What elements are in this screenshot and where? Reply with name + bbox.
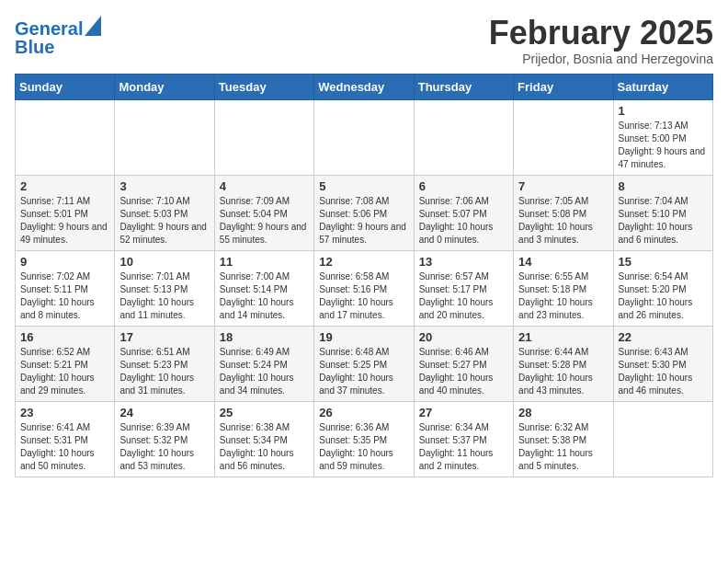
calendar-day-cell: 17Sunrise: 6:51 AM Sunset: 5:23 PM Dayli… bbox=[115, 326, 214, 401]
day-info: Sunrise: 6:52 AM Sunset: 5:21 PM Dayligh… bbox=[20, 346, 109, 397]
weekday-header: Monday bbox=[115, 74, 214, 99]
day-info: Sunrise: 6:54 AM Sunset: 5:20 PM Dayligh… bbox=[619, 270, 708, 322]
calendar-day-cell: 4Sunrise: 7:09 AM Sunset: 5:04 PM Daylig… bbox=[214, 175, 313, 250]
calendar-day-cell: 21Sunrise: 6:44 AM Sunset: 5:28 PM Dayli… bbox=[514, 326, 613, 401]
calendar-day-cell: 7Sunrise: 7:05 AM Sunset: 5:08 PM Daylig… bbox=[514, 175, 613, 250]
day-number: 18 bbox=[220, 330, 309, 344]
calendar-day-cell: 2Sunrise: 7:11 AM Sunset: 5:01 PM Daylig… bbox=[16, 175, 115, 250]
day-info: Sunrise: 6:32 AM Sunset: 5:38 PM Dayligh… bbox=[518, 421, 608, 473]
calendar-week-row: 2Sunrise: 7:11 AM Sunset: 5:01 PM Daylig… bbox=[16, 175, 713, 250]
calendar-day-cell bbox=[314, 99, 414, 175]
day-number: 19 bbox=[319, 330, 408, 344]
logo-icon bbox=[85, 16, 101, 36]
weekday-header: Sunday bbox=[16, 74, 115, 99]
calendar-day-cell: 25Sunrise: 6:38 AM Sunset: 5:34 PM Dayli… bbox=[214, 401, 313, 477]
calendar-day-cell: 18Sunrise: 6:49 AM Sunset: 5:24 PM Dayli… bbox=[214, 326, 313, 401]
calendar-week-row: 1Sunrise: 7:13 AM Sunset: 5:00 PM Daylig… bbox=[16, 99, 713, 175]
day-info: Sunrise: 6:46 AM Sunset: 5:27 PM Dayligh… bbox=[419, 346, 508, 397]
calendar-day-cell: 19Sunrise: 6:48 AM Sunset: 5:25 PM Dayli… bbox=[314, 326, 414, 401]
calendar-day-cell: 5Sunrise: 7:08 AM Sunset: 5:06 PM Daylig… bbox=[314, 175, 414, 250]
calendar-day-cell: 20Sunrise: 6:46 AM Sunset: 5:27 PM Dayli… bbox=[414, 326, 513, 401]
day-info: Sunrise: 6:58 AM Sunset: 5:16 PM Dayligh… bbox=[319, 270, 408, 322]
calendar-day-cell bbox=[214, 99, 313, 175]
calendar-day-cell bbox=[115, 99, 214, 175]
calendar-day-cell: 28Sunrise: 6:32 AM Sunset: 5:38 PM Dayli… bbox=[514, 401, 613, 477]
calendar-day-cell: 27Sunrise: 6:34 AM Sunset: 5:37 PM Dayli… bbox=[414, 401, 513, 477]
calendar-day-cell: 14Sunrise: 6:55 AM Sunset: 5:18 PM Dayli… bbox=[514, 250, 613, 326]
calendar-day-cell bbox=[613, 401, 712, 477]
day-info: Sunrise: 6:38 AM Sunset: 5:34 PM Dayligh… bbox=[220, 421, 309, 473]
day-number: 26 bbox=[319, 406, 408, 419]
day-number: 7 bbox=[518, 179, 608, 193]
weekday-header: Wednesday bbox=[314, 74, 414, 99]
day-number: 6 bbox=[419, 179, 508, 193]
day-number: 16 bbox=[20, 330, 109, 344]
day-info: Sunrise: 7:13 AM Sunset: 5:00 PM Dayligh… bbox=[619, 120, 708, 171]
day-info: Sunrise: 7:04 AM Sunset: 5:10 PM Dayligh… bbox=[619, 195, 708, 247]
day-number: 15 bbox=[619, 255, 708, 269]
calendar-day-cell: 8Sunrise: 7:04 AM Sunset: 5:10 PM Daylig… bbox=[613, 175, 712, 250]
day-number: 22 bbox=[619, 330, 708, 344]
calendar-day-cell: 22Sunrise: 6:43 AM Sunset: 5:30 PM Dayli… bbox=[613, 326, 712, 401]
day-info: Sunrise: 6:48 AM Sunset: 5:25 PM Dayligh… bbox=[319, 346, 408, 397]
weekday-header: Friday bbox=[514, 74, 613, 99]
calendar-day-cell: 11Sunrise: 7:00 AM Sunset: 5:14 PM Dayli… bbox=[214, 250, 313, 326]
day-info: Sunrise: 6:39 AM Sunset: 5:32 PM Dayligh… bbox=[119, 421, 209, 473]
day-number: 1 bbox=[619, 104, 708, 118]
day-number: 8 bbox=[619, 179, 708, 193]
calendar-day-cell: 3Sunrise: 7:10 AM Sunset: 5:03 PM Daylig… bbox=[115, 175, 214, 250]
weekday-header: Tuesday bbox=[214, 74, 313, 99]
day-number: 28 bbox=[518, 406, 608, 419]
day-number: 14 bbox=[518, 255, 608, 269]
day-info: Sunrise: 6:43 AM Sunset: 5:30 PM Dayligh… bbox=[619, 346, 708, 397]
day-info: Sunrise: 6:51 AM Sunset: 5:23 PM Dayligh… bbox=[119, 346, 209, 397]
calendar-day-cell: 9Sunrise: 7:02 AM Sunset: 5:11 PM Daylig… bbox=[16, 250, 115, 326]
day-info: Sunrise: 7:08 AM Sunset: 5:06 PM Dayligh… bbox=[319, 195, 408, 247]
month-title: February 2025 bbox=[489, 15, 713, 52]
day-info: Sunrise: 7:10 AM Sunset: 5:03 PM Dayligh… bbox=[119, 195, 209, 247]
logo-blue-text: Blue bbox=[15, 37, 101, 57]
day-number: 27 bbox=[419, 406, 508, 419]
calendar-table: SundayMondayTuesdayWednesdayThursdayFrid… bbox=[15, 74, 713, 477]
calendar-week-row: 23Sunrise: 6:41 AM Sunset: 5:31 PM Dayli… bbox=[16, 401, 713, 477]
day-number: 4 bbox=[220, 179, 309, 193]
weekday-header: Saturday bbox=[613, 74, 712, 99]
day-number: 3 bbox=[119, 179, 209, 193]
calendar-day-cell: 6Sunrise: 7:06 AM Sunset: 5:07 PM Daylig… bbox=[414, 175, 513, 250]
weekday-header: Thursday bbox=[414, 74, 513, 99]
day-info: Sunrise: 6:57 AM Sunset: 5:17 PM Dayligh… bbox=[419, 270, 508, 322]
day-number: 9 bbox=[20, 255, 109, 269]
calendar-day-cell: 12Sunrise: 6:58 AM Sunset: 5:16 PM Dayli… bbox=[314, 250, 414, 326]
calendar-day-cell: 23Sunrise: 6:41 AM Sunset: 5:31 PM Dayli… bbox=[16, 401, 115, 477]
day-info: Sunrise: 6:34 AM Sunset: 5:37 PM Dayligh… bbox=[419, 421, 508, 473]
day-info: Sunrise: 7:09 AM Sunset: 5:04 PM Dayligh… bbox=[220, 195, 309, 247]
day-number: 10 bbox=[119, 255, 209, 269]
calendar-day-cell bbox=[414, 99, 513, 175]
day-number: 25 bbox=[220, 406, 309, 419]
logo: General Blue bbox=[15, 18, 101, 57]
day-info: Sunrise: 7:00 AM Sunset: 5:14 PM Dayligh… bbox=[220, 270, 309, 322]
day-number: 23 bbox=[20, 406, 109, 419]
day-info: Sunrise: 7:01 AM Sunset: 5:13 PM Dayligh… bbox=[119, 270, 209, 322]
calendar-day-cell bbox=[16, 99, 115, 175]
calendar-day-cell: 26Sunrise: 6:36 AM Sunset: 5:35 PM Dayli… bbox=[314, 401, 414, 477]
day-number: 17 bbox=[119, 330, 209, 344]
day-info: Sunrise: 6:55 AM Sunset: 5:18 PM Dayligh… bbox=[518, 270, 608, 322]
day-info: Sunrise: 6:49 AM Sunset: 5:24 PM Dayligh… bbox=[220, 346, 309, 397]
day-number: 24 bbox=[119, 406, 209, 419]
day-number: 5 bbox=[319, 179, 408, 193]
location-subtitle: Prijedor, Bosnia and Herzegovina bbox=[489, 52, 713, 66]
calendar-header-row: SundayMondayTuesdayWednesdayThursdayFrid… bbox=[16, 74, 713, 99]
day-number: 20 bbox=[419, 330, 508, 344]
calendar-day-cell: 24Sunrise: 6:39 AM Sunset: 5:32 PM Dayli… bbox=[115, 401, 214, 477]
day-info: Sunrise: 6:41 AM Sunset: 5:31 PM Dayligh… bbox=[20, 421, 109, 473]
day-info: Sunrise: 7:02 AM Sunset: 5:11 PM Dayligh… bbox=[20, 270, 109, 322]
logo-text: General bbox=[15, 18, 83, 39]
day-info: Sunrise: 6:36 AM Sunset: 5:35 PM Dayligh… bbox=[319, 421, 408, 473]
day-number: 2 bbox=[20, 179, 109, 193]
day-info: Sunrise: 6:44 AM Sunset: 5:28 PM Dayligh… bbox=[518, 346, 608, 397]
page-header: General Blue February 2025 Prijedor, Bos… bbox=[15, 15, 713, 66]
calendar-day-cell: 10Sunrise: 7:01 AM Sunset: 5:13 PM Dayli… bbox=[115, 250, 214, 326]
day-info: Sunrise: 7:05 AM Sunset: 5:08 PM Dayligh… bbox=[518, 195, 608, 247]
calendar-week-row: 9Sunrise: 7:02 AM Sunset: 5:11 PM Daylig… bbox=[16, 250, 713, 326]
